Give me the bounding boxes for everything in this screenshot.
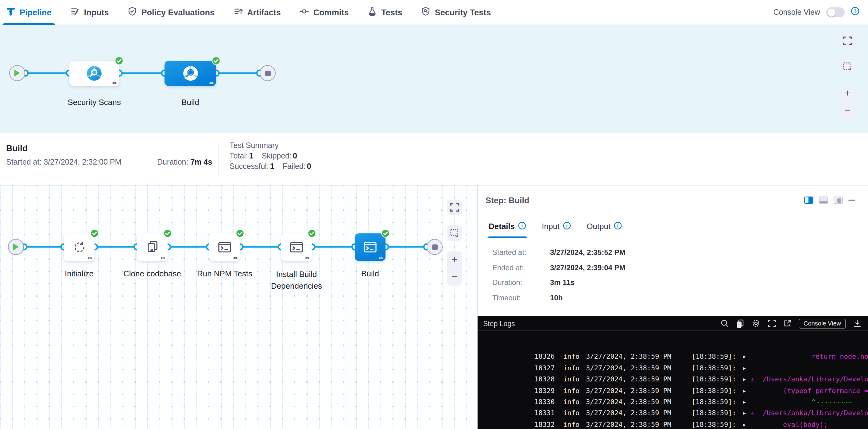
info-icon[interactable] — [614, 221, 622, 232]
code-icon: </> — [305, 256, 309, 259]
policy-evaluations-icon — [128, 6, 137, 18]
expand-logs-button[interactable] — [768, 319, 776, 327]
console-view-toggle[interactable] — [826, 7, 845, 17]
panel-layout-controls — [804, 196, 855, 204]
layout-split-bottom-button[interactable] — [819, 196, 828, 204]
tab-inputs[interactable]: Inputs — [69, 0, 110, 25]
stage-summary-bar: Build Started at: 3/27/2024, 2:32:00 PM … — [0, 133, 868, 185]
step-node-clone-codebase[interactable]: </> — [137, 233, 167, 261]
minimize-panel-button[interactable] — [848, 200, 855, 201]
step-logs-console: Step Logs Console View 18326info3/27/202… — [477, 316, 868, 429]
code-icon: </> — [378, 256, 383, 259]
stage-label: Security Scans — [67, 98, 121, 107]
download-logs-button[interactable] — [853, 319, 861, 327]
tab-policy-evaluations[interactable]: Policy Evaluations — [127, 0, 216, 25]
expand-log-caret[interactable]: ▸ — [742, 374, 750, 386]
initialize-icon — [73, 240, 86, 253]
detail-row: Ended at: 3/27/2024, 2:39:04 PM — [492, 263, 868, 272]
stage-pipeline-canvas[interactable]: </> Security Scans </> Build + − — [0, 25, 868, 133]
marquee-select-button[interactable] — [840, 59, 855, 74]
stage-title: Build — [6, 143, 28, 153]
step-pipeline-canvas[interactable]: </> Initialize </> Clone codebase — [0, 185, 477, 429]
artifacts-icon — [234, 6, 243, 18]
tab-label: Inputs — [84, 8, 109, 17]
security-tests-icon — [422, 6, 431, 18]
expand-log-caret[interactable]: ▸ — [742, 363, 750, 374]
step-label: Build — [361, 269, 379, 278]
tab-tests[interactable]: Tests — [367, 0, 404, 25]
marquee-icon — [843, 62, 852, 71]
code-icon: </> — [209, 81, 214, 85]
external-link-icon — [783, 319, 791, 327]
step-label: Clone codebase — [123, 269, 181, 278]
step-node-run-npm-tests[interactable]: </> — [209, 233, 240, 261]
tab-pipeline[interactable]: Pipeline — [5, 0, 53, 25]
expand-log-caret[interactable]: ▸ — [742, 386, 750, 397]
step-logs-actions: Console View — [721, 318, 861, 328]
top-navbar: Pipeline Inputs Policy Evaluations Artif… — [0, 0, 868, 25]
build-stage-icon — [182, 65, 198, 81]
layout-split-right-button[interactable] — [804, 196, 813, 204]
stop-icon — [432, 244, 437, 250]
stage-started-at: Started at: 3/27/2024, 2:32:00 PM — [6, 158, 121, 166]
play-icon — [13, 243, 19, 251]
console-view-button[interactable]: Console View — [799, 318, 846, 328]
zoom-out-button[interactable]: − — [840, 103, 855, 118]
tab-security-tests[interactable]: Security Tests — [420, 0, 492, 25]
expand-log-caret[interactable]: ▸ — [742, 420, 750, 429]
commits-icon — [300, 6, 309, 18]
open-logs-new-tab-button[interactable] — [783, 319, 791, 327]
nav-right-controls: Console View — [773, 7, 859, 18]
step-node-initialize[interactable]: </> — [64, 233, 95, 261]
zoom-to-fit-button[interactable] — [840, 33, 855, 49]
code-icon: </> — [88, 256, 92, 259]
test-summary-line-1: Total:1 Skipped:0 — [229, 152, 311, 160]
copy-logs-button[interactable] — [736, 319, 744, 328]
tab-commits[interactable]: Commits — [299, 0, 350, 25]
log-line: 18326info3/27/2024, 2:38:59 PM[18:38:59]… — [477, 340, 868, 351]
stage-node-build[interactable]: </> — [164, 61, 216, 86]
expand-log-caret[interactable]: ▸ — [742, 397, 750, 408]
step-node-build[interactable]: </> — [355, 233, 385, 261]
terminal-icon — [290, 241, 303, 253]
pipeline-icon — [6, 6, 16, 18]
step-details-panel: Step: Build Details Input — [477, 185, 868, 429]
info-icon[interactable] — [851, 7, 859, 18]
success-check-icon — [236, 229, 244, 238]
detail-row: Started at: 3/27/2024, 2:35:52 PM — [492, 248, 868, 257]
expand-icon — [768, 319, 776, 327]
step-panel-tabs: Details Input Output — [477, 215, 868, 238]
step-logs-body[interactable]: 18326info3/27/2024, 2:38:59 PM[18:38:59]… — [477, 331, 868, 429]
log-search-button[interactable] — [721, 319, 728, 327]
copy-icon — [736, 319, 744, 328]
tab-output[interactable]: Output — [587, 215, 622, 238]
detail-row: Duration: 3m 11s — [492, 278, 868, 287]
step-connectors — [0, 185, 477, 429]
success-check-icon — [212, 57, 220, 65]
stage-node-security-scans[interactable]: </> — [69, 61, 119, 86]
code-icon: </> — [233, 256, 238, 259]
zoom-in-button[interactable]: + — [840, 86, 855, 101]
layout-drawer-button[interactable] — [834, 196, 843, 204]
expand-icon — [450, 203, 459, 212]
info-icon[interactable] — [563, 221, 570, 232]
step-label: Run NPM Tests — [197, 269, 252, 278]
expand-log-caret[interactable]: ▸ — [742, 351, 750, 363]
tab-label: Policy Evaluations — [142, 8, 215, 17]
tab-input[interactable]: Input — [542, 215, 570, 238]
info-icon[interactable] — [518, 221, 526, 232]
expand-icon — [843, 36, 852, 45]
zoom-out-button[interactable]: − — [447, 269, 462, 285]
marquee-select-button[interactable] — [447, 225, 462, 241]
zoom-controls: + − — [447, 251, 462, 285]
tab-artifacts[interactable]: Artifacts — [232, 0, 282, 25]
tab-details[interactable]: Details — [489, 215, 526, 238]
search-icon — [721, 319, 728, 327]
log-settings-button[interactable] — [751, 319, 761, 328]
expand-log-caret[interactable]: ▸ — [742, 408, 750, 420]
zoom-in-button[interactable]: + — [447, 252, 462, 268]
step-node-install-build-dependencies[interactable]: </> — [281, 233, 312, 261]
test-summary-line-2: Successful:1 Failed:0 — [229, 162, 311, 171]
stage-label: Build — [181, 98, 199, 107]
zoom-to-fit-button[interactable] — [447, 200, 462, 215]
